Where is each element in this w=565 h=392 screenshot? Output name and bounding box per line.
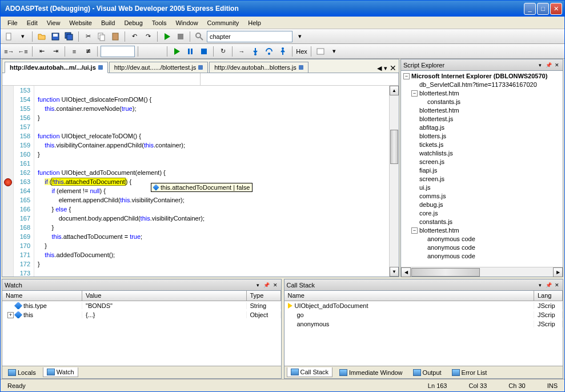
- tree-item[interactable]: screen.js: [402, 175, 562, 183]
- minimize-button[interactable]: _: [524, 3, 536, 15]
- restart-button[interactable]: ↻: [217, 45, 229, 58]
- uncomment-button[interactable]: ≢: [82, 45, 94, 58]
- new-dropdown-button[interactable]: ▾: [17, 30, 29, 43]
- menu-debug[interactable]: Debug: [119, 18, 147, 27]
- menu-help[interactable]: Help: [243, 18, 266, 27]
- close-panel-icon[interactable]: ✕: [554, 62, 560, 69]
- callstack-grid[interactable]: UIObject_addToDocumentJScripgoJScripanon…: [284, 301, 563, 366]
- member-dropdown[interactable]: [201, 73, 399, 85]
- close-panel-icon[interactable]: ✕: [554, 282, 560, 289]
- continue-button[interactable]: [170, 45, 183, 58]
- paste-button[interactable]: [109, 30, 122, 43]
- copy-button[interactable]: [95, 30, 108, 43]
- pause-button[interactable]: [184, 45, 197, 58]
- comment-button[interactable]: ≡: [68, 45, 81, 58]
- new-item-button[interactable]: [3, 30, 15, 43]
- watch-col-value[interactable]: Value: [82, 291, 247, 301]
- tree-item[interactable]: −blottertest.htm: [402, 89, 562, 98]
- menu-community[interactable]: Community: [203, 18, 244, 27]
- tree-item[interactable]: blotters.js: [402, 132, 562, 141]
- tree-item[interactable]: ui.js: [402, 183, 562, 192]
- pin-icon[interactable]: 📌: [263, 282, 270, 289]
- pin-icon[interactable]: 📌: [545, 282, 552, 289]
- tree-item[interactable]: debug.js: [402, 201, 562, 209]
- code-editor[interactable]: 1531541551561571581591601611621631641651…: [2, 86, 399, 277]
- close-button[interactable]: ✕: [550, 3, 562, 15]
- outdent-button[interactable]: ⇤: [35, 45, 48, 58]
- menu-file[interactable]: File: [3, 18, 22, 27]
- scroll-down-button[interactable]: ▼: [390, 267, 399, 277]
- tree-item[interactable]: watchlists.js: [402, 149, 562, 158]
- tree-item[interactable]: anonymous code: [402, 235, 562, 243]
- step-into-button[interactable]: [249, 45, 262, 58]
- tab-close-button[interactable]: ✕: [390, 63, 396, 73]
- document-tab-1[interactable]: http://dev.aut....../blottertest.js: [109, 62, 208, 73]
- tree-item[interactable]: constants.js: [402, 98, 562, 106]
- scope-dropdown[interactable]: [2, 73, 201, 85]
- stop-button[interactable]: [174, 30, 187, 43]
- tree-item[interactable]: anonymous code: [402, 243, 562, 252]
- indent-left-button[interactable]: ←≡: [17, 45, 29, 58]
- open-button[interactable]: [35, 30, 48, 43]
- hex-button[interactable]: Hex: [295, 45, 308, 58]
- tab-prev-button[interactable]: ◀: [377, 65, 382, 72]
- watch-row[interactable]: +this{...}Object: [2, 310, 281, 319]
- menu-website[interactable]: Website: [65, 18, 97, 27]
- tree-toggle[interactable]: −: [411, 227, 418, 234]
- errorlist-tab[interactable]: Error List: [448, 368, 491, 377]
- tree-item[interactable]: abfitag.js: [402, 123, 562, 132]
- watch-col-type[interactable]: Type: [247, 291, 281, 301]
- tab-next-button[interactable]: ▾: [384, 65, 387, 72]
- callstack-row[interactable]: UIObject_addToDocumentJScrip: [284, 301, 563, 310]
- scroll-right-button[interactable]: ▶: [553, 267, 563, 277]
- step-over-button[interactable]: [263, 45, 275, 58]
- menu-window[interactable]: Window: [171, 18, 202, 27]
- watch-row[interactable]: this.type"BONDS"String: [2, 301, 281, 310]
- output-tab[interactable]: Output: [410, 368, 445, 377]
- dropdown-icon[interactable]: ▾: [536, 62, 543, 69]
- expand-icon[interactable]: +: [7, 312, 14, 318]
- maximize-button[interactable]: □: [537, 3, 549, 15]
- stop-debug-button[interactable]: [198, 45, 210, 58]
- watch-tab[interactable]: Watch: [43, 367, 78, 377]
- menu-build[interactable]: Build: [97, 18, 119, 27]
- tree-item[interactable]: blottertest.htm: [402, 106, 562, 115]
- menu-tools[interactable]: Tools: [147, 18, 171, 27]
- immediate-tab[interactable]: Immediate Window: [336, 368, 406, 377]
- tree-toggle[interactable]: −: [411, 90, 418, 97]
- callstack-col-lang[interactable]: Lang: [534, 291, 563, 301]
- step-out-button[interactable]: [277, 45, 289, 58]
- find-dropdown[interactable]: chapter: [207, 31, 292, 42]
- undo-button[interactable]: ↶: [128, 30, 141, 43]
- dropdown-icon[interactable]: ▾: [536, 282, 543, 289]
- menu-view[interactable]: View: [42, 18, 65, 27]
- save-button[interactable]: [49, 30, 62, 43]
- redo-button[interactable]: ↷: [142, 30, 154, 43]
- callstack-row[interactable]: anonymousJScrip: [284, 319, 563, 329]
- run-button[interactable]: [161, 30, 173, 43]
- editor-scrollbar-v[interactable]: ▲ ▼: [389, 86, 399, 277]
- script-tree[interactable]: −Microsoft Internet Explorer (DBLONWS205…: [401, 71, 563, 267]
- tree-item[interactable]: core.js: [402, 209, 562, 218]
- save-all-button[interactable]: [63, 30, 75, 43]
- tree-item[interactable]: db_ServletCall.htm?time=1173346167020: [402, 81, 562, 89]
- scroll-left-button[interactable]: ◀: [401, 267, 411, 277]
- tree-item[interactable]: −blottertest.htm: [402, 226, 562, 235]
- tree-root[interactable]: Microsoft Internet Explorer (DBLONWS2057…: [411, 72, 547, 81]
- document-tab-2[interactable]: http://dev.autobah...blotters.js: [209, 62, 308, 73]
- callstack-tab[interactable]: Call Stack: [287, 367, 333, 377]
- tree-item[interactable]: blottertest.js: [402, 115, 562, 123]
- script-explorer-scrollbar-h[interactable]: ◀ ▶: [401, 267, 563, 277]
- watch-grid[interactable]: this.type"BONDS"String+this{...}Object: [2, 301, 281, 366]
- find-button[interactable]: [193, 30, 206, 43]
- breakpoints-dropdown[interactable]: ▾: [328, 45, 340, 58]
- close-panel-icon[interactable]: ✕: [272, 282, 279, 289]
- callstack-row[interactable]: goJScrip: [284, 310, 563, 319]
- scroll-up-button[interactable]: ▲: [390, 86, 399, 95]
- indent-right-button[interactable]: ≡→: [3, 45, 15, 58]
- document-tab-0[interactable]: http://dev.autobah...m/.../ui.js: [5, 62, 108, 73]
- callstack-col-name[interactable]: Name: [284, 291, 535, 301]
- pin-icon[interactable]: 📌: [545, 62, 552, 69]
- dropdown-icon[interactable]: ▾: [255, 282, 262, 289]
- tree-item[interactable]: tickets.js: [402, 141, 562, 149]
